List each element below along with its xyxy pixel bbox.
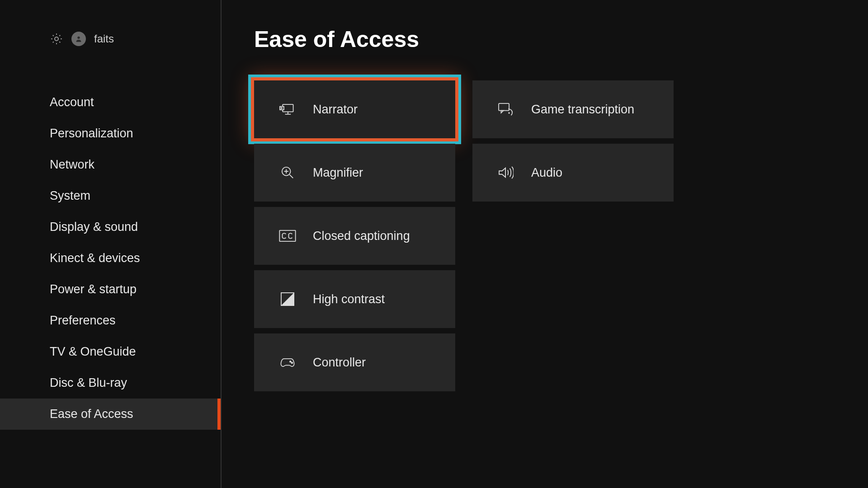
svg-marker-18 [499,168,505,178]
svg-point-17 [508,112,510,114]
svg-point-13 [290,361,291,362]
high-contrast-icon [278,291,297,307]
tile-grid: Narrator Magnifier [254,80,868,391]
settings-sidebar: faits Account Personalization Network Sy… [0,0,222,488]
tile-label: High contrast [313,292,385,306]
tile-column-1: Narrator Magnifier [254,80,455,391]
tile-magnifier[interactable]: Magnifier [254,144,455,202]
sidebar-item-kinect-devices[interactable]: Kinect & devices [0,243,221,274]
user-avatar[interactable] [71,32,86,46]
sidebar-header: faits [0,32,221,46]
svg-marker-16 [501,111,503,113]
controller-icon [278,354,297,371]
svg-point-0 [55,37,58,41]
tile-label: Controller [313,356,366,370]
sidebar-item-label: Personalization [50,127,133,141]
svg-point-14 [292,362,293,364]
sidebar-item-disc-bluray[interactable]: Disc & Blu-ray [0,367,221,399]
audio-icon [497,164,515,181]
sidebar-item-label: TV & OneGuide [50,345,136,359]
page-title: Ease of Access [254,26,868,52]
tile-label: Game transcription [531,103,634,117]
sidebar-item-display-sound[interactable]: Display & sound [0,211,221,243]
closed-caption-icon [278,228,297,244]
tile-high-contrast[interactable]: High contrast [254,270,455,328]
sidebar-item-system[interactable]: System [0,180,221,211]
sidebar-item-tv-oneguide[interactable]: TV & OneGuide [0,336,221,367]
sidebar-item-label: Preferences [50,314,116,328]
sidebar-item-label: Account [50,95,94,109]
tile-label: Magnifier [313,166,363,180]
tile-audio[interactable]: Audio [472,144,674,202]
tile-label: Narrator [313,103,358,117]
tile-game-transcription[interactable]: Game transcription [472,80,674,138]
sidebar-item-label: Kinect & devices [50,251,140,265]
tile-closed-captioning[interactable]: Closed captioning [254,207,455,265]
sidebar-item-ease-of-access[interactable]: Ease of Access [0,399,221,430]
narrator-icon [278,101,297,117]
username-label: faits [94,33,114,45]
sidebar-item-personalization[interactable]: Personalization [0,118,221,149]
svg-rect-10 [279,230,295,241]
transcription-icon [497,101,515,117]
sidebar-item-label: Display & sound [50,220,138,234]
svg-line-7 [290,175,293,178]
sidebar-item-label: System [50,189,90,203]
sidebar-item-account[interactable]: Account [0,87,221,118]
main-panel: Ease of Access Narrator [222,0,868,488]
sidebar-item-preferences[interactable]: Preferences [0,305,221,336]
svg-marker-12 [281,293,294,305]
tile-label: Closed captioning [313,229,410,243]
sidebar-item-label: Ease of Access [50,407,133,421]
svg-point-1 [77,37,80,39]
sidebar-nav-list: Account Personalization Network System D… [0,87,221,430]
sidebar-item-power-startup[interactable]: Power & startup [0,274,221,305]
tile-column-2: Game transcription Audio [472,80,674,391]
tile-controller[interactable]: Controller [254,333,455,391]
sidebar-item-label: Power & startup [50,282,137,296]
tile-label: Audio [531,166,562,180]
sidebar-item-network[interactable]: Network [0,149,221,180]
svg-rect-15 [499,103,509,111]
settings-gear-icon [50,32,63,46]
sidebar-item-label: Disc & Blu-ray [50,376,127,390]
magnifier-icon [278,164,297,181]
tile-narrator[interactable]: Narrator [254,80,455,138]
sidebar-item-label: Network [50,158,94,172]
